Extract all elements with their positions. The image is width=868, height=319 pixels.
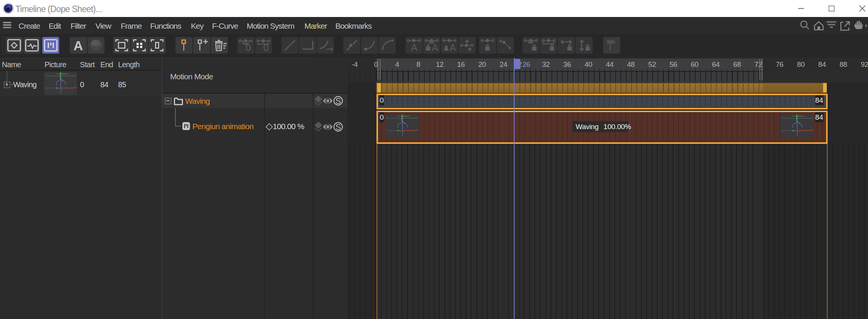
svg-text:0: 0 bbox=[263, 42, 269, 53]
svg-text:A: A bbox=[411, 42, 418, 53]
svg-text:A: A bbox=[450, 42, 456, 53]
svg-text:A: A bbox=[432, 42, 438, 53]
svg-text:0: 0 bbox=[246, 42, 251, 53]
